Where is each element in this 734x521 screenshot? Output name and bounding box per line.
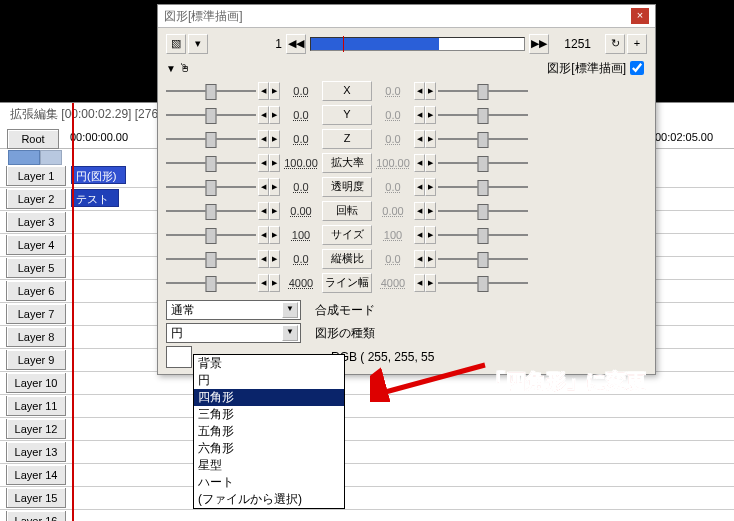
dropdown-option[interactable]: 六角形 — [194, 440, 344, 457]
layer-label[interactable]: Layer 1 — [6, 166, 66, 186]
overview-clip[interactable] — [8, 150, 40, 165]
overview-clip[interactable] — [40, 150, 62, 165]
param-value-right[interactable]: 0.0 — [374, 106, 412, 124]
param-slider-right[interactable] — [438, 252, 528, 266]
section-header[interactable]: ▼ 🖱 図形[標準描画] — [166, 56, 647, 80]
param-stepper-left[interactable]: ◀▶ — [258, 82, 280, 100]
layer-label[interactable]: Layer 11 — [6, 396, 66, 416]
timeline-clip[interactable]: テスト — [71, 189, 119, 207]
param-value-right[interactable]: 100 — [374, 226, 412, 244]
param-value-left[interactable]: 4000 — [282, 274, 320, 292]
param-name-button[interactable]: Z — [322, 129, 372, 149]
param-name-button[interactable]: 拡大率 — [322, 153, 372, 173]
layer-row[interactable]: Layer 11 — [0, 395, 734, 418]
layer-track[interactable] — [66, 487, 734, 510]
layer-row[interactable]: Layer 16 — [0, 510, 734, 521]
layer-label[interactable]: Layer 13 — [6, 442, 66, 462]
param-stepper-left[interactable]: ◀▶ — [258, 154, 280, 172]
layer-label[interactable]: Layer 12 — [6, 419, 66, 439]
param-value-left[interactable]: 0.00 — [282, 202, 320, 220]
param-value-right[interactable]: 0.0 — [374, 178, 412, 196]
tool-icon[interactable]: ▾ — [188, 34, 208, 54]
dropdown-option[interactable]: 三角形 — [194, 406, 344, 423]
dropdown-option[interactable]: 円 — [194, 372, 344, 389]
mouse-icon[interactable]: 🖱 — [179, 61, 191, 75]
param-slider-right[interactable] — [438, 204, 528, 218]
param-stepper-left[interactable]: ◀▶ — [258, 226, 280, 244]
dropdown-option[interactable]: 四角形 — [194, 389, 344, 406]
layer-label[interactable]: Layer 6 — [6, 281, 66, 301]
param-slider-left[interactable] — [166, 276, 256, 290]
param-stepper-right[interactable]: ◀▶ — [414, 226, 436, 244]
layer-row[interactable]: Layer 15 — [0, 487, 734, 510]
param-stepper-left[interactable]: ◀▶ — [258, 202, 280, 220]
param-slider-right[interactable] — [438, 108, 528, 122]
chevron-down-icon[interactable]: ▼ — [282, 325, 298, 341]
param-stepper-right[interactable]: ◀▶ — [414, 274, 436, 292]
dropdown-option[interactable]: 背景 — [194, 355, 344, 372]
layer-track[interactable] — [66, 395, 734, 418]
dropdown-option[interactable]: 星型 — [194, 457, 344, 474]
param-slider-left[interactable] — [166, 204, 256, 218]
root-button[interactable]: Root — [7, 129, 59, 149]
param-stepper-right[interactable]: ◀▶ — [414, 178, 436, 196]
layer-track[interactable] — [66, 464, 734, 487]
refresh-icon[interactable]: ↻ — [605, 34, 625, 54]
param-value-right[interactable]: 0.00 — [374, 202, 412, 220]
layer-label[interactable]: Layer 16 — [6, 511, 66, 521]
param-stepper-right[interactable]: ◀▶ — [414, 154, 436, 172]
layer-label[interactable]: Layer 3 — [6, 212, 66, 232]
param-value-left[interactable]: 0.0 — [282, 106, 320, 124]
param-value-right[interactable]: 0.0 — [374, 82, 412, 100]
param-name-button[interactable]: ライン幅 — [322, 273, 372, 293]
param-stepper-left[interactable]: ◀▶ — [258, 274, 280, 292]
param-stepper-right[interactable]: ◀▶ — [414, 130, 436, 148]
layer-row[interactable]: Layer 12 — [0, 418, 734, 441]
shape-type-dropdown[interactable]: 円 ▼ — [166, 323, 301, 343]
param-slider-left[interactable] — [166, 84, 256, 98]
tool-icon[interactable]: ▧ — [166, 34, 186, 54]
param-value-left[interactable]: 100 — [282, 226, 320, 244]
timeline-clip[interactable]: 円(図形) — [71, 166, 126, 184]
param-value-right[interactable]: 0.0 — [374, 130, 412, 148]
layer-label[interactable]: Layer 14 — [6, 465, 66, 485]
param-name-button[interactable]: 透明度 — [322, 177, 372, 197]
playhead[interactable] — [72, 103, 74, 521]
close-button[interactable]: × — [631, 8, 649, 24]
param-name-button[interactable]: サイズ — [322, 225, 372, 245]
param-value-left[interactable]: 0.0 — [282, 130, 320, 148]
param-slider-left[interactable] — [166, 132, 256, 146]
param-name-button[interactable]: Y — [322, 105, 372, 125]
frame-next-button[interactable]: ▶▶ — [529, 34, 549, 54]
layer-row[interactable]: Layer 10 — [0, 372, 734, 395]
param-value-right[interactable]: 4000 — [374, 274, 412, 292]
section-enable-checkbox[interactable] — [630, 61, 644, 75]
layer-track[interactable] — [66, 441, 734, 464]
param-slider-left[interactable] — [166, 228, 256, 242]
param-slider-right[interactable] — [438, 276, 528, 290]
frame-slider[interactable] — [310, 37, 525, 51]
param-name-button[interactable]: 縦横比 — [322, 249, 372, 269]
blend-mode-dropdown[interactable]: 通常 ▼ — [166, 300, 301, 320]
layer-label[interactable]: Layer 8 — [6, 327, 66, 347]
param-stepper-right[interactable]: ◀▶ — [414, 250, 436, 268]
param-stepper-left[interactable]: ◀▶ — [258, 178, 280, 196]
param-slider-right[interactable] — [438, 180, 528, 194]
dialog-titlebar[interactable]: 図形[標準描画] × — [158, 5, 655, 28]
shape-type-dropdown-list[interactable]: 背景円四角形三角形五角形六角形星型ハート(ファイルから選択) — [193, 354, 345, 509]
dropdown-option[interactable]: 五角形 — [194, 423, 344, 440]
collapse-icon[interactable]: ▼ — [166, 63, 176, 74]
layer-track[interactable] — [66, 418, 734, 441]
param-stepper-left[interactable]: ◀▶ — [258, 130, 280, 148]
frame-prev-button[interactable]: ◀◀ — [286, 34, 306, 54]
param-stepper-right[interactable]: ◀▶ — [414, 106, 436, 124]
param-stepper-right[interactable]: ◀▶ — [414, 82, 436, 100]
param-value-left[interactable]: 0.0 — [282, 250, 320, 268]
param-slider-right[interactable] — [438, 228, 528, 242]
param-value-right[interactable]: 100.00 — [374, 154, 412, 172]
layer-track[interactable] — [66, 510, 734, 522]
param-slider-left[interactable] — [166, 156, 256, 170]
dropdown-option[interactable]: ハート — [194, 474, 344, 491]
color-swatch[interactable] — [166, 346, 192, 368]
layer-row[interactable]: Layer 13 — [0, 441, 734, 464]
